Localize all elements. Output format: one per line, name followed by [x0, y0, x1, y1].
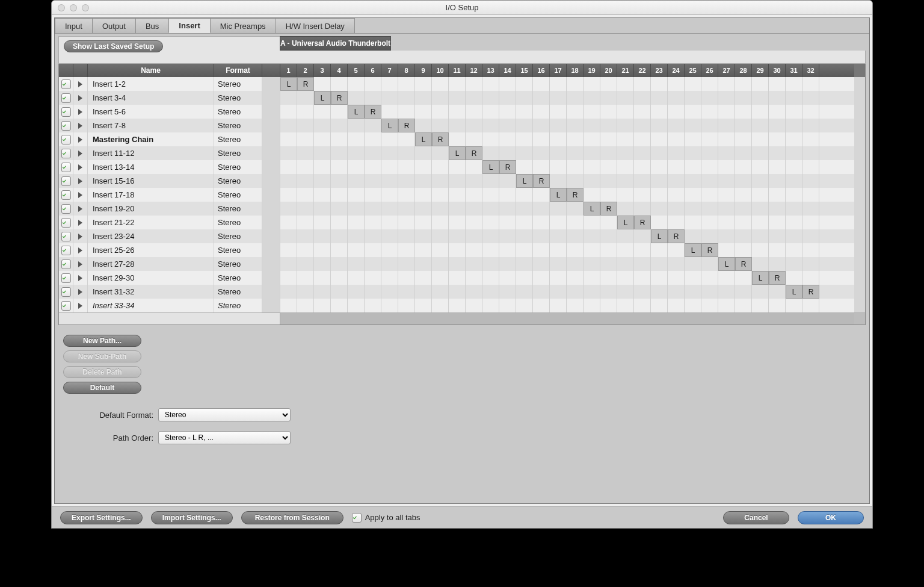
ch-cell[interactable]	[381, 146, 398, 160]
ch-cell[interactable]	[701, 77, 718, 91]
ch-cell[interactable]	[314, 105, 331, 119]
ch-cell[interactable]	[331, 174, 348, 188]
ch-cell[interactable]	[482, 188, 499, 202]
new-path-button[interactable]: New Path...	[63, 335, 141, 347]
ch-cell[interactable]	[634, 229, 651, 243]
ch-cell[interactable]	[331, 257, 348, 271]
ch-cell[interactable]	[769, 216, 786, 229]
ch-cell[interactable]	[802, 257, 819, 271]
ch-cell[interactable]	[550, 229, 567, 243]
ch-cell[interactable]	[398, 202, 415, 216]
ch-cell[interactable]	[802, 188, 819, 202]
ch-L[interactable]: L	[415, 132, 432, 146]
ch-cell[interactable]	[449, 132, 466, 146]
row-checkbox[interactable]	[61, 218, 71, 228]
ch-cell[interactable]	[600, 160, 617, 174]
ch-cell[interactable]	[499, 271, 516, 285]
ch-cell[interactable]	[735, 285, 752, 299]
ch-cell[interactable]	[348, 216, 365, 229]
ch-cell[interactable]	[280, 119, 297, 132]
ch-cell[interactable]	[600, 299, 617, 312]
ch-cell[interactable]	[499, 216, 516, 229]
ch-cell[interactable]	[718, 146, 735, 160]
ch-cell[interactable]	[567, 271, 584, 285]
ch-cell[interactable]	[516, 119, 533, 132]
ch-cell[interactable]	[668, 105, 685, 119]
ch-cell[interactable]	[550, 160, 567, 174]
ch-cell[interactable]	[617, 146, 634, 160]
ch-cell[interactable]	[365, 216, 381, 229]
ch-cell[interactable]	[499, 174, 516, 188]
ch-cell[interactable]	[600, 77, 617, 91]
disclosure-icon[interactable]	[78, 178, 82, 184]
ch-cell[interactable]	[398, 188, 415, 202]
ch-cell[interactable]	[314, 119, 331, 132]
ch-cell[interactable]	[365, 229, 381, 243]
ch-cell[interactable]	[769, 174, 786, 188]
ch-cell[interactable]	[516, 77, 533, 91]
ch-cell[interactable]	[668, 216, 685, 229]
ch-cell[interactable]	[365, 160, 381, 174]
ch-cell[interactable]	[348, 132, 365, 146]
disclosure-icon[interactable]	[78, 164, 82, 170]
disclosure-icon[interactable]	[78, 137, 82, 143]
ch-cell[interactable]	[685, 257, 701, 271]
ch-cell[interactable]	[432, 216, 449, 229]
io-row[interactable]: Insert 25-26StereoLR	[59, 243, 865, 257]
ch-cell[interactable]	[802, 160, 819, 174]
ch-cell[interactable]	[499, 146, 516, 160]
ch-cell[interactable]	[482, 91, 499, 105]
disclosure-icon[interactable]	[78, 289, 82, 295]
ch-cell[interactable]	[466, 132, 482, 146]
disclosure-icon[interactable]	[78, 206, 82, 212]
ch-cell[interactable]	[365, 243, 381, 257]
ch-cell[interactable]	[769, 91, 786, 105]
row-format[interactable]: Stereo	[214, 257, 262, 271]
ch-cell[interactable]	[718, 105, 735, 119]
ch-cell[interactable]	[533, 299, 550, 312]
ch-cell[interactable]	[482, 229, 499, 243]
io-row[interactable]: Insert 23-24StereoLR	[59, 229, 865, 243]
ch-cell[interactable]	[802, 243, 819, 257]
ch-cell[interactable]	[331, 271, 348, 285]
ch-cell[interactable]	[584, 257, 600, 271]
ch-cell[interactable]	[398, 77, 415, 91]
ch-cell[interactable]	[314, 132, 331, 146]
ch-cell[interactable]	[600, 105, 617, 119]
ch-cell[interactable]	[769, 146, 786, 160]
row-name[interactable]: Insert 21-22	[88, 216, 214, 229]
ch-cell[interactable]	[432, 257, 449, 271]
ch-cell[interactable]	[432, 271, 449, 285]
row-format[interactable]: Stereo	[214, 243, 262, 257]
row-format[interactable]: Stereo	[214, 119, 262, 132]
ch-cell[interactable]	[600, 91, 617, 105]
ch-cell[interactable]	[718, 160, 735, 174]
row-checkbox[interactable]	[61, 163, 71, 172]
ch-cell[interactable]	[769, 202, 786, 216]
ch-cell[interactable]	[685, 77, 701, 91]
ch-cell[interactable]	[786, 132, 802, 146]
disclosure-icon[interactable]	[78, 261, 82, 267]
ch-cell[interactable]	[297, 229, 314, 243]
row-name[interactable]: Insert 15-16	[88, 174, 214, 188]
ch-cell[interactable]	[482, 174, 499, 188]
ch-cell[interactable]	[280, 188, 297, 202]
ch-cell[interactable]	[718, 271, 735, 285]
ch-cell[interactable]	[331, 146, 348, 160]
ch-cell[interactable]	[584, 285, 600, 299]
ch-cell[interactable]	[415, 77, 432, 91]
ch-cell[interactable]	[550, 146, 567, 160]
ch-cell[interactable]	[802, 105, 819, 119]
ch-cell[interactable]	[432, 229, 449, 243]
ch-cell[interactable]	[786, 299, 802, 312]
ch-cell[interactable]	[432, 299, 449, 312]
ch-cell[interactable]	[718, 91, 735, 105]
ch-cell[interactable]	[348, 77, 365, 91]
ch-cell[interactable]	[533, 257, 550, 271]
ch-cell[interactable]	[482, 285, 499, 299]
ch-cell[interactable]	[567, 243, 584, 257]
ch-cell[interactable]	[701, 174, 718, 188]
ch-cell[interactable]	[701, 285, 718, 299]
ch-cell[interactable]	[584, 229, 600, 243]
ch-cell[interactable]	[415, 146, 432, 160]
